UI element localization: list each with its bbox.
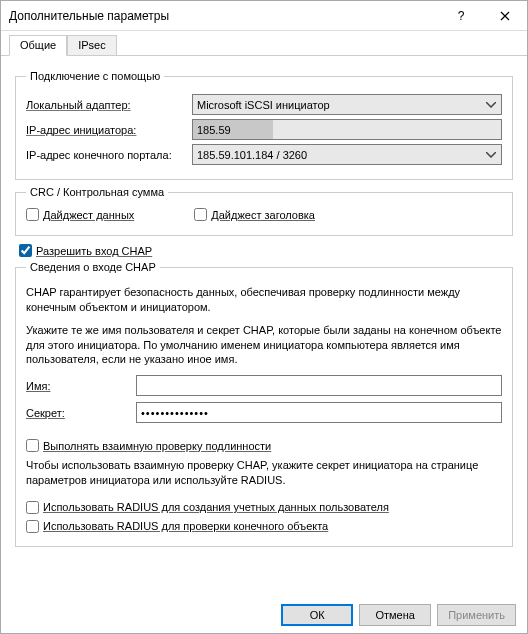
window-title: Дополнительные параметры: [9, 9, 439, 23]
data-digest-checkbox[interactable]: Дайджест данных: [26, 208, 134, 221]
chap-desc2: Укажите те же имя пользователя и секрет …: [26, 323, 502, 368]
apply-button[interactable]: Применить: [437, 604, 516, 626]
radius-creds-input[interactable]: [26, 501, 39, 514]
chap-secret-label: Секрет:: [26, 407, 136, 419]
chap-group: Сведения о входе CHAP CHAP гарантирует б…: [15, 261, 513, 547]
close-button[interactable]: [483, 1, 527, 30]
chap-name-input[interactable]: [136, 375, 502, 396]
mutual-auth-label: Выполнять взаимную проверку подлинности: [43, 440, 271, 452]
ok-button[interactable]: ОК: [281, 604, 353, 626]
help-button[interactable]: ?: [439, 1, 483, 30]
allow-chap-input[interactable]: [19, 244, 32, 257]
portal-ip-label: IP-адрес конечного портала:: [26, 149, 192, 161]
data-digest-input[interactable]: [26, 208, 39, 221]
crc-legend: CRC / Контрольная сумма: [26, 186, 168, 198]
allow-chap-checkbox[interactable]: Разрешить вход CHAP: [19, 244, 152, 257]
radius-auth-input[interactable]: [26, 520, 39, 533]
tab-ipsec[interactable]: IPsec: [67, 35, 117, 55]
portal-ip-select[interactable]: 185.59.101.184 / 3260: [192, 144, 502, 165]
tab-general[interactable]: Общие: [9, 35, 67, 56]
data-digest-label: Дайджест данных: [43, 209, 134, 221]
radius-creds-checkbox[interactable]: Использовать RADIUS для создания учетных…: [26, 501, 389, 514]
radius-creds-label: Использовать RADIUS для создания учетных…: [43, 501, 389, 513]
mutual-auth-input[interactable]: [26, 439, 39, 452]
close-icon: [500, 11, 510, 21]
initiator-ip-label: IP-адрес инициатора:: [26, 124, 192, 136]
chap-desc1: CHAP гарантирует безопасность данных, об…: [26, 285, 502, 315]
header-digest-checkbox[interactable]: Дайджест заголовка: [194, 208, 315, 221]
cancel-button[interactable]: Отмена: [359, 604, 431, 626]
tab-content: Подключение с помощью Локальный адаптер:…: [1, 56, 527, 547]
titlebar: Дополнительные параметры ?: [1, 1, 527, 31]
header-digest-input[interactable]: [194, 208, 207, 221]
chap-name-label: Имя:: [26, 380, 136, 392]
mutual-auth-checkbox[interactable]: Выполнять взаимную проверку подлинности: [26, 439, 271, 452]
chap-legend: Сведения о входе CHAP: [26, 261, 160, 273]
allow-chap-label: Разрешить вход CHAP: [36, 245, 152, 257]
chap-secret-input[interactable]: [136, 402, 502, 423]
header-digest-label: Дайджест заголовка: [211, 209, 315, 221]
tabs: Общие IPsec: [1, 31, 527, 56]
connect-group: Подключение с помощью Локальный адаптер:…: [15, 70, 513, 180]
radius-auth-checkbox[interactable]: Использовать RADIUS для проверки конечно…: [26, 520, 328, 533]
adapter-select[interactable]: Microsoft iSCSI инициатор: [192, 94, 502, 115]
mutual-auth-desc: Чтобы использовать взаимную проверку CHA…: [26, 458, 502, 488]
radius-auth-label: Использовать RADIUS для проверки конечно…: [43, 520, 328, 532]
initiator-ip-select[interactable]: 185.59: [192, 119, 502, 140]
connect-legend: Подключение с помощью: [26, 70, 164, 82]
button-bar: ОК Отмена Применить: [281, 604, 516, 626]
adapter-label: Локальный адаптер:: [26, 99, 192, 111]
crc-group: CRC / Контрольная сумма Дайджест данных …: [15, 186, 513, 236]
